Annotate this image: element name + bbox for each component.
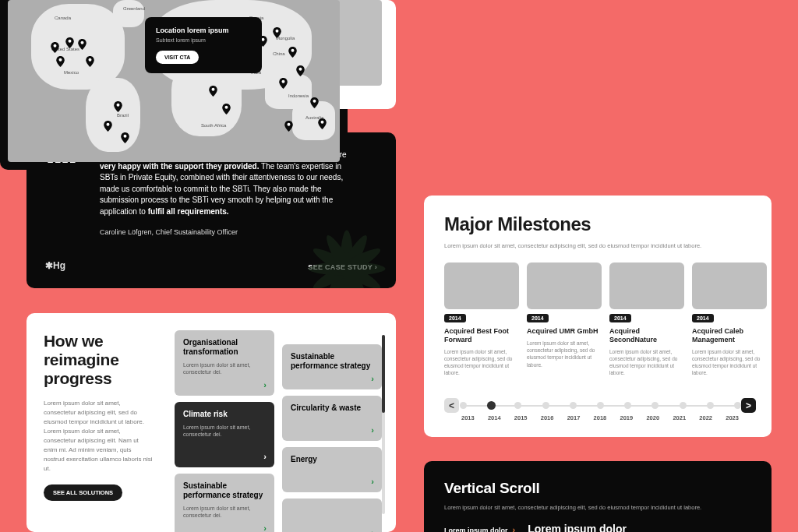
milestone-title: Acquired SecondNature (609, 327, 684, 344)
solution-tile[interactable]: Energy› (282, 447, 382, 492)
map-label: Greenland (123, 6, 145, 11)
svg-point-21 (225, 106, 228, 109)
svg-point-13 (124, 135, 127, 138)
visit-cta-button[interactable]: VISIT CTA (156, 51, 199, 64)
map-card: CanadaUnited StatesMexicoBrazilGreenland… (0, 0, 348, 170)
map-pin-icon[interactable] (310, 97, 319, 108)
svg-point-27 (313, 100, 316, 103)
map-pin-icon[interactable] (51, 42, 59, 53)
timeline-dot[interactable] (570, 402, 577, 409)
world-map[interactable]: CanadaUnited StatesMexicoBrazilGreenland… (8, 0, 340, 162)
milestone-item[interactable]: 2014Acquired UMR GmbHLorem ipsum dolor s… (527, 262, 602, 376)
timeline-year-label: 2021 (673, 414, 686, 421)
svg-point-20 (212, 88, 215, 91)
popup-title: Location lorem ipsum (156, 26, 251, 34)
map-label: Canada (55, 16, 71, 20)
company-logo: ✱Hg (45, 260, 65, 271)
svg-point-23 (276, 30, 279, 33)
scrollbar-thumb[interactable] (382, 335, 385, 413)
milestones-title: Major Milestones (444, 214, 756, 234)
timeline-prev-button[interactable]: < (444, 398, 459, 413)
svg-point-6 (54, 44, 57, 48)
tile-body: Lorem ipsum dolor sit amet, consectetur … (183, 424, 266, 439)
milestones-subtext: Lorem ipsum dolor sit amet, consectetur … (444, 241, 756, 250)
timeline-next-button[interactable]: > (741, 398, 756, 413)
svg-point-22 (262, 38, 265, 41)
map-label: Brazil (117, 113, 129, 118)
map-pin-icon[interactable] (56, 56, 65, 67)
timeline-dot[interactable] (597, 402, 604, 409)
timeline-dot[interactable] (542, 402, 549, 409)
svg-point-10 (89, 58, 92, 62)
milestone-image (609, 262, 684, 309)
solution-tile[interactable]: Climate riskLorem ipsum dolor sit amet, … (175, 402, 274, 467)
reimagine-subtext: Lorem ipsum dolor sit amet, consectetur … (44, 399, 153, 474)
map-label: Indonesia (288, 93, 309, 98)
svg-point-24 (291, 49, 295, 52)
milestone-title: Acquired Caleb Management (692, 327, 767, 344)
svg-point-25 (299, 68, 302, 71)
solution-tile[interactable]: Sustainable performance strategy› (282, 344, 382, 389)
map-pin-icon[interactable] (121, 132, 129, 143)
arrow-icon: › (513, 525, 516, 532)
map-pin-icon[interactable] (296, 65, 305, 76)
milestones-card: Major Milestones Lorem ipsum dolor sit a… (424, 196, 772, 437)
milestone-image (444, 262, 519, 309)
vscroll-small-link[interactable]: Lorem ipsum dolor (444, 527, 508, 532)
map-pin-icon[interactable] (318, 118, 327, 129)
map-pin-icon[interactable] (279, 78, 288, 89)
map-pin-icon[interactable] (209, 86, 217, 97)
chevron-right-icon: › (371, 477, 374, 486)
milestone-image (692, 262, 767, 309)
milestone-title: Acquired Best Foot Forward (444, 327, 519, 344)
chevron-right-icon: › (371, 374, 374, 383)
map-pin-icon[interactable] (222, 104, 231, 115)
scrollbar[interactable] (382, 335, 385, 514)
map-pin-icon[interactable] (65, 37, 74, 48)
timeline-dot[interactable] (487, 401, 496, 410)
solution-tile[interactable]: Sustainable performance strategyLorem ip… (175, 474, 274, 532)
tile-body: Lorem ipsum dolor sit amet, consectetur … (183, 361, 266, 376)
tile-title: Climate risk (183, 410, 266, 419)
timeline-dot[interactable] (514, 402, 521, 409)
solution-tile[interactable]: Circularity & waste› (282, 396, 382, 441)
milestone-item[interactable]: 2014Acquired Caleb ManagementLorem ipsum… (692, 262, 767, 376)
solution-tile[interactable]: Organisational transformationLorem ipsum… (175, 330, 274, 396)
timeline-year-label: 2018 (594, 414, 607, 421)
timeline-year-label: 2017 (567, 414, 581, 421)
reimagine-card: How we reimagine progress Lorem ipsum do… (26, 313, 396, 532)
timeline-year-label: 2014 (488, 414, 501, 421)
map-pin-icon[interactable] (86, 56, 94, 67)
map-pin-icon[interactable] (288, 47, 297, 58)
svg-point-9 (81, 41, 84, 44)
milestone-title: Acquired UMR GmbH (527, 327, 602, 336)
solution-tile[interactable]: › (282, 499, 382, 532)
milestone-item[interactable]: 2014Acquired Best Foot ForwardLorem ipsu… (444, 262, 519, 376)
reimagine-title: How we reimagine progress (44, 332, 149, 388)
milestone-year-badge: 2014 (609, 314, 631, 322)
solution-tiles: Organisational transformationLorem ipsum… (175, 330, 382, 532)
map-pin-icon[interactable] (78, 39, 87, 50)
milestone-year-badge: 2014 (692, 314, 714, 322)
timeline-dot[interactable] (734, 402, 741, 409)
milestone-item[interactable]: 2014Acquired SecondNatureLorem ipsum dol… (609, 262, 684, 376)
timeline-dot[interactable] (680, 402, 687, 409)
tile-body: Lorem ipsum dolor sit amet, consectetur … (183, 505, 266, 520)
popup-subtext: Subtext lorem ipsum (156, 37, 251, 43)
map-pin-icon[interactable] (273, 27, 281, 38)
chevron-right-icon: › (263, 523, 267, 532)
timeline-year-label: 2016 (541, 414, 554, 421)
timeline-dot[interactable] (707, 402, 714, 409)
chevron-right-icon: › (263, 380, 267, 389)
see-all-solutions-button[interactable]: SEE ALL SOLUTIONS (44, 484, 122, 501)
map-pin-icon[interactable] (284, 121, 293, 132)
map-pin-icon[interactable] (104, 121, 112, 132)
timeline-dot[interactable] (460, 402, 467, 409)
milestone-body: Lorem ipsum dolor sit amet, consectetur … (692, 348, 767, 376)
timeline-dot[interactable] (624, 402, 631, 409)
timeline-year-label: 2022 (699, 414, 712, 421)
timeline-dot[interactable] (651, 402, 659, 409)
map-pin-icon[interactable] (114, 101, 122, 112)
milestone-body: Lorem ipsum dolor sit amet, consectetur … (609, 348, 684, 376)
timeline: < > 201320142015201620172018201920202021… (444, 405, 756, 421)
